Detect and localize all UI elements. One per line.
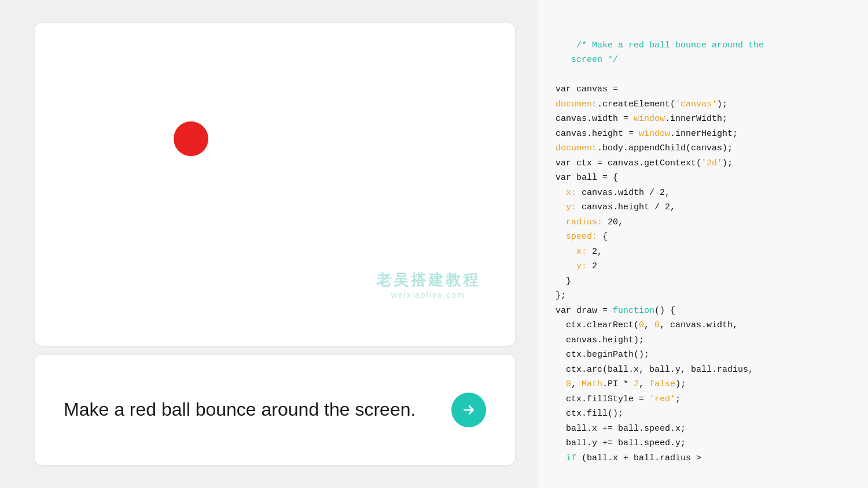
code-iw: .innerWidth; bbox=[665, 114, 727, 124]
right-panel: /* Make a red ball bounce around the scr… bbox=[538, 0, 868, 488]
code-prop-radius: radius: bbox=[566, 217, 602, 227]
code-zero3: 0 bbox=[566, 379, 571, 389]
code-comment: /* Make a red ball bounce around the scr… bbox=[556, 40, 764, 65]
code-pi: .PI * bbox=[602, 379, 634, 389]
code-canvas-h: canvas.height = bbox=[556, 129, 639, 139]
code-block: /* Make a red ball bounce around the scr… bbox=[556, 23, 845, 480]
code-if: if bbox=[566, 453, 576, 463]
code-2d: '2d' bbox=[701, 158, 722, 168]
left-panel: 老吴搭建教程 weixiaolive.com Make a red ball b… bbox=[0, 0, 538, 488]
prompt-box: Make a red ball bounce around the screen… bbox=[35, 355, 515, 465]
code-ctx: var ctx = canvas.getContext( bbox=[556, 158, 701, 168]
code-prop-x: x: bbox=[566, 188, 576, 198]
code-zero1: 0 bbox=[639, 320, 644, 330]
code-ifcond: (ball.x + ball.radius > bbox=[576, 453, 701, 463]
watermark: 老吴搭建教程 weixiaolive.com bbox=[376, 270, 480, 300]
code-math: Math bbox=[582, 379, 602, 389]
code-window2: window bbox=[639, 129, 670, 139]
code-false: false bbox=[649, 379, 675, 389]
code-prop-y: y: bbox=[566, 202, 576, 212]
code-text2: ); bbox=[717, 99, 727, 109]
code-comma1: , bbox=[644, 320, 654, 330]
code-prop-sy: y: bbox=[576, 261, 587, 271]
code-append: .body.appendChild(canvas); bbox=[597, 143, 733, 153]
red-ball bbox=[174, 121, 208, 156]
code-obj: document bbox=[556, 99, 597, 109]
code-canvas-w: canvas.width = bbox=[556, 114, 634, 124]
code-comma2: , bbox=[639, 379, 649, 389]
code-mathpi: , bbox=[571, 379, 582, 389]
code-function: function bbox=[613, 306, 654, 316]
code-two: 2 bbox=[634, 379, 639, 389]
code-window1: window bbox=[634, 114, 665, 124]
code-string: 'canvas' bbox=[675, 99, 717, 109]
code-red: 'red' bbox=[649, 394, 675, 404]
prompt-text: Make a red ball bounce around the screen… bbox=[64, 398, 415, 422]
preview-box: 老吴搭建教程 weixiaolive.com bbox=[35, 23, 515, 346]
code-doc2: document bbox=[556, 143, 597, 153]
code-ih: .innerHeight; bbox=[670, 129, 738, 139]
next-button[interactable] bbox=[451, 393, 486, 427]
code-zero2: 0 bbox=[654, 320, 660, 330]
code-prop-speed: speed: bbox=[566, 232, 597, 242]
arrow-right-icon bbox=[461, 402, 476, 417]
watermark-en-text: weixiaolive.com bbox=[391, 290, 465, 300]
code-prop-sx: x: bbox=[576, 247, 587, 257]
watermark-cn-text: 老吴搭建教程 bbox=[376, 270, 480, 290]
code-text: .createElement( bbox=[597, 99, 675, 109]
code-var: var canvas = bbox=[556, 84, 623, 94]
